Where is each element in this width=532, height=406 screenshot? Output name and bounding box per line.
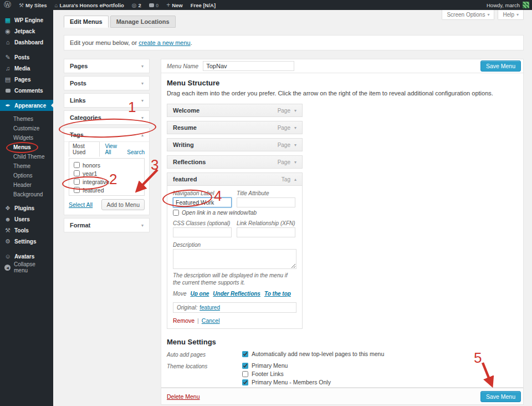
tags-checklist: honors year1 integrative featured bbox=[69, 158, 145, 196]
submenu-item-menus[interactable]: Menus bbox=[0, 143, 53, 152]
plugins-icon: ❖ bbox=[4, 205, 11, 212]
collapse-menu-button[interactable]: ◀Collapse menu bbox=[0, 262, 53, 273]
views-counter[interactable]: ◎2 bbox=[128, 0, 145, 10]
original-item-link[interactable]: featured bbox=[200, 304, 220, 311]
chevron-up-icon[interactable]: ▴ bbox=[294, 177, 296, 182]
submenu-item-customize[interactable]: Customize bbox=[0, 124, 53, 133]
chevron-down-icon[interactable]: ▾ bbox=[141, 81, 144, 86]
menu-item-reflections[interactable]: Reflections Page▾ bbox=[167, 155, 303, 169]
howdy-text[interactable]: Howdy, march bbox=[487, 2, 520, 8]
tag-checkbox-year1[interactable] bbox=[74, 170, 80, 176]
sidebar-item-users[interactable]: ☻Users bbox=[0, 214, 53, 225]
accordion-tags-header[interactable]: Tags▴ bbox=[64, 128, 149, 141]
submenu-item-theme-options[interactable]: Theme Options bbox=[0, 161, 53, 180]
admin-bar: Ⓦ ⚒My Sites ⌂Laura's Honors ePortfolio ◎… bbox=[0, 0, 532, 10]
chevron-down-icon[interactable]: ▾ bbox=[141, 115, 144, 120]
create-new-menu-link[interactable]: create a new menu bbox=[139, 39, 191, 46]
tags-tab-search[interactable]: Search bbox=[127, 149, 145, 157]
auto-add-pages-option: Automatically add new top-level pages to… bbox=[242, 351, 384, 357]
sidebar-item-media[interactable]: ♫Media bbox=[0, 63, 53, 74]
sidebar-item-avatars[interactable]: ☺Avatars bbox=[0, 251, 53, 262]
new-content-menu[interactable]: +New bbox=[162, 0, 187, 10]
tag-checkbox-integrative[interactable] bbox=[74, 179, 80, 185]
menu-item-resume[interactable]: Resume Page▾ bbox=[167, 121, 303, 134]
sidebar-item-appearance[interactable]: ✒Appearance bbox=[0, 100, 53, 111]
submenu-item-header[interactable]: Header bbox=[0, 180, 53, 190]
move-under-reflections-link[interactable]: Under Reflections bbox=[213, 291, 260, 297]
chevron-down-icon[interactable]: ▾ bbox=[294, 108, 296, 113]
primary-menu-members-checkbox[interactable] bbox=[242, 379, 248, 385]
accordion-pages-header[interactable]: Pages▾ bbox=[64, 59, 149, 73]
chevron-down-icon[interactable]: ▾ bbox=[141, 223, 144, 228]
users-icon: ☻ bbox=[4, 216, 11, 222]
move-to-top-link[interactable]: To the top bbox=[264, 291, 291, 297]
chevron-down-icon[interactable]: ▾ bbox=[141, 64, 144, 69]
tools-icon: ⚒ bbox=[4, 227, 11, 234]
comments-counter[interactable]: 0 bbox=[145, 0, 162, 10]
tab-edit-menus[interactable]: Edit Menus bbox=[64, 16, 109, 28]
sidebar-item-comments[interactable]: Comments bbox=[0, 85, 53, 96]
chevron-down-icon[interactable]: ▾ bbox=[294, 160, 296, 165]
submenu-item-child-theme[interactable]: Child Theme bbox=[0, 152, 53, 161]
accordion-format-header[interactable]: Format▾ bbox=[64, 219, 149, 232]
add-to-menu-button[interactable]: Add to Menu bbox=[101, 199, 145, 210]
title-attribute-input[interactable] bbox=[237, 197, 295, 207]
save-menu-button-top[interactable]: Save Menu bbox=[480, 60, 521, 72]
submenu-item-widgets[interactable]: Widgets bbox=[0, 133, 53, 143]
menu-footer-bar: Delete Menu Save Menu bbox=[161, 388, 524, 405]
accordion-categories-header[interactable]: Categories▾ bbox=[64, 111, 149, 124]
menu-item-featured[interactable]: featured Tag▴ bbox=[167, 172, 303, 186]
navigation-label-input[interactable] bbox=[173, 197, 232, 207]
tab-manage-locations[interactable]: Manage Locations bbox=[110, 16, 176, 28]
chevron-down-icon[interactable]: ▾ bbox=[141, 98, 144, 103]
sidebar-item-wp-engine[interactable]: ▦WP Engine bbox=[0, 14, 53, 26]
sidebar-item-posts[interactable]: ✎Posts bbox=[0, 52, 53, 63]
css-classes-input[interactable] bbox=[173, 227, 232, 237]
my-sites-menu[interactable]: ⚒My Sites bbox=[15, 0, 51, 10]
site-name-menu[interactable]: ⌂Laura's Honors ePortfolio bbox=[51, 0, 128, 10]
menu-item-welcome[interactable]: Welcome Page▾ bbox=[167, 104, 303, 117]
cancel-link[interactable]: Cancel bbox=[202, 317, 220, 324]
chevron-up-icon[interactable]: ▴ bbox=[141, 133, 144, 138]
screen-options-button[interactable]: Screen Options▾ bbox=[442, 10, 494, 20]
accordion-links-header[interactable]: Links▾ bbox=[64, 94, 149, 107]
menu-item-writing[interactable]: Writing Page▾ bbox=[167, 138, 303, 151]
location-primary-menu: Primary Menu bbox=[242, 362, 331, 369]
select-all-link[interactable]: Select All bbox=[69, 201, 93, 208]
primary-menu-checkbox[interactable] bbox=[242, 363, 248, 369]
description-textarea[interactable] bbox=[173, 249, 296, 269]
chevron-down-icon[interactable]: ▾ bbox=[294, 125, 296, 130]
sidebar-item-pages[interactable]: ▤Pages bbox=[0, 74, 53, 85]
save-menu-button-bottom[interactable]: Save Menu bbox=[480, 391, 521, 402]
link-relationship-input[interactable] bbox=[237, 227, 295, 237]
remove-item-link[interactable]: Remove bbox=[173, 317, 195, 324]
tag-row-honors: honors bbox=[69, 161, 144, 169]
submenu-item-themes[interactable]: Themes bbox=[0, 114, 53, 124]
accordion-posts-header[interactable]: Posts▾ bbox=[64, 77, 149, 90]
move-up-one-link[interactable]: Up one bbox=[190, 291, 209, 297]
help-button[interactable]: Help▾ bbox=[498, 10, 524, 20]
auto-add-pages-checkbox[interactable] bbox=[242, 351, 248, 357]
menu-settings-title: Menu Settings bbox=[167, 338, 518, 346]
sidebar-item-dashboard[interactable]: ⌂Dashboard bbox=[0, 37, 53, 48]
css-classes-label: CSS Classes (optional) bbox=[173, 220, 232, 226]
menu-name-input[interactable] bbox=[203, 61, 294, 71]
delete-menu-link[interactable]: Delete Menu bbox=[167, 393, 200, 400]
move-label: Move bbox=[173, 291, 186, 297]
footer-links-members-checkbox[interactable] bbox=[242, 388, 248, 388]
submenu-item-background[interactable]: Background bbox=[0, 190, 53, 199]
user-avatar[interactable] bbox=[523, 2, 529, 8]
tags-tab-most-used[interactable]: Most Used bbox=[69, 141, 100, 157]
open-new-window-checkbox[interactable] bbox=[173, 210, 179, 216]
tags-tab-view-all[interactable]: View All bbox=[105, 143, 122, 157]
tag-checkbox-honors[interactable] bbox=[74, 162, 80, 168]
sidebar-item-jetpack[interactable]: ◉Jetpack bbox=[0, 26, 53, 37]
chevron-down-icon[interactable]: ▾ bbox=[294, 143, 296, 148]
wordpress-logo-menu[interactable]: Ⓦ bbox=[0, 0, 15, 10]
sidebar-item-tools[interactable]: ⚒Tools bbox=[0, 225, 53, 236]
sidebar-item-settings[interactable]: ⚙Settings bbox=[0, 236, 53, 247]
footer-links-checkbox[interactable] bbox=[242, 371, 248, 377]
sidebar-item-plugins[interactable]: ❖Plugins bbox=[0, 202, 53, 214]
tag-checkbox-featured[interactable] bbox=[74, 187, 80, 193]
original-item-box: Original: featured bbox=[173, 302, 296, 313]
